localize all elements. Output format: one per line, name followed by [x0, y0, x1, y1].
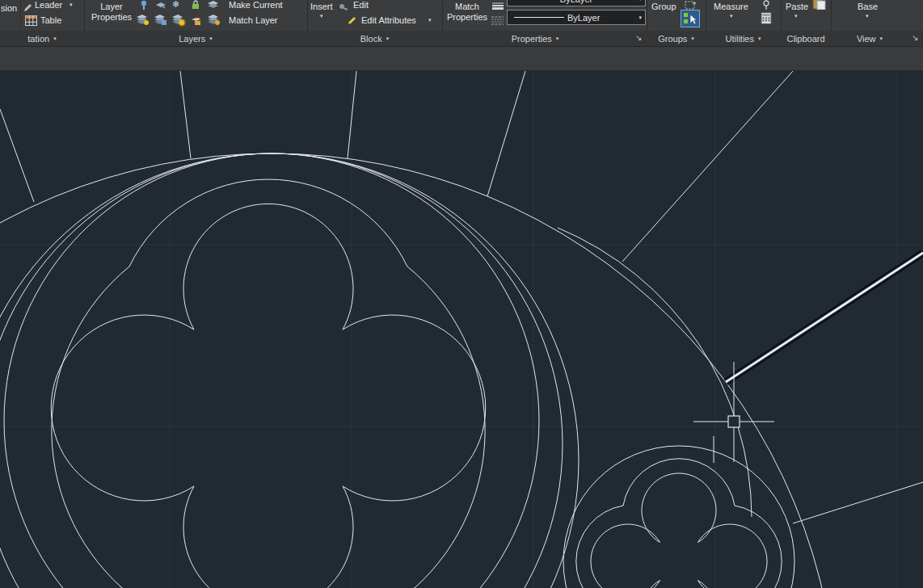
panel-label-view[interactable]: View ▾: [831, 31, 908, 46]
group-button[interactable]: Group: [651, 2, 676, 11]
object-color-value: ByLayer: [560, 0, 592, 4]
chevron-down-icon: ▾: [386, 36, 390, 42]
panel-label-block[interactable]: Block ▾: [307, 31, 442, 46]
panel-label-bar: tation ▾ Layers ▾ Block ▾ Properties ▾ ↘…: [0, 31, 923, 46]
chevron-down-icon: ▾: [556, 36, 559, 42]
panel-launcher-icon[interactable]: ↘: [635, 33, 642, 42]
highlighted-line[interactable]: [726, 253, 923, 382]
linetype-value: ByLayer: [567, 13, 600, 23]
drawing-tracery-path[interactable]: [52, 179, 485, 588]
match-properties-button[interactable]: Match Properties: [444, 2, 491, 23]
pencil-icon: [23, 1, 32, 15]
chevron-down-icon: ▾: [691, 36, 694, 42]
drawing-tracery-path[interactable]: [591, 473, 767, 588]
lock-icon[interactable]: [192, 0, 200, 13]
layer-isolate-icon[interactable]: [155, 0, 166, 13]
panel-label-groups[interactable]: Groups ▾: [647, 31, 706, 46]
drawing-circle[interactable]: [0, 153, 579, 588]
match-properties-label-2: Properties: [447, 12, 487, 22]
drawing-tracery-path[interactable]: [576, 459, 782, 588]
drawing-circle[interactable]: [0, 153, 837, 588]
freeze-snowflake-icon[interactable]: ❄: [172, 0, 179, 10]
table-button[interactable]: Table: [40, 15, 61, 25]
drawing-line[interactable]: [180, 71, 191, 158]
panel-label-properties[interactable]: Properties ▾: [442, 31, 628, 46]
panel-label-text: Groups: [658, 34, 687, 44]
panel-label-utilities[interactable]: Utilities ▾: [706, 31, 781, 46]
match-properties-label-1: Match: [455, 2, 479, 11]
drawing-tracery-path[interactable]: [558, 228, 752, 517]
chevron-down-icon: ▾: [209, 36, 213, 42]
drawing-viewport[interactable]: [0, 70, 923, 588]
match-layer-button[interactable]: Match Layer: [229, 15, 278, 25]
drawing-area[interactable]: [0, 70, 923, 588]
chevron-down-icon[interactable]: ▾: [730, 13, 733, 19]
edit-attributes-button[interactable]: Edit Attributes: [361, 15, 416, 25]
id-point-icon[interactable]: [761, 0, 771, 13]
panel-launcher-icon[interactable]: ↘: [912, 33, 918, 42]
unlock-icon[interactable]: [191, 15, 201, 29]
panel-label-text: View: [857, 34, 876, 44]
panel-label-text: Clipboard: [786, 34, 824, 44]
lineweight-icon[interactable]: [491, 0, 504, 13]
panel-label-text: Block: [360, 34, 382, 44]
ribbon: sion Leader ▾ Table Layer Properties ❄ M…: [0, 0, 923, 46]
chevron-down-icon: ▾: [53, 36, 57, 42]
edit-block-button[interactable]: Edit: [353, 0, 369, 10]
clipboard-icon: [812, 0, 826, 13]
base-button[interactable]: Base: [858, 2, 878, 11]
table-icon: [25, 15, 37, 29]
chevron-down-icon[interactable]: ▾: [70, 2, 73, 8]
linetype-icon[interactable]: [491, 14, 504, 28]
linetype-dropdown[interactable]: ByLayer ▾: [507, 10, 646, 25]
panel-label-text: tation: [27, 34, 49, 44]
layer-properties-label-1: Layer: [100, 2, 123, 11]
chevron-down-icon[interactable]: ▾: [794, 13, 798, 19]
drawing-tracery-path[interactable]: [51, 204, 486, 588]
bulb-accent: [144, 20, 149, 25]
drawing-line[interactable]: [0, 109, 34, 202]
chevron-down-icon: ▾: [880, 36, 883, 42]
object-color-dropdown[interactable]: ByLayer ▾: [507, 0, 646, 6]
chevron-down-icon: ▾: [639, 15, 642, 21]
edit-attributes-icon: [346, 15, 357, 29]
ribbon-lower-band: [0, 46, 923, 70]
drawing-line[interactable]: [487, 71, 525, 196]
application-window: sion Leader ▾ Table Layer Properties ❄ M…: [0, 0, 923, 588]
drop-accent: [215, 20, 220, 25]
layer-on-icon[interactable]: [136, 14, 148, 24]
edit-icon: [339, 0, 348, 14]
make-current-button[interactable]: Make Current: [229, 0, 283, 10]
chevron-down-icon: ▾: [639, 0, 642, 2]
layer-properties-label-2: Properties: [91, 12, 132, 22]
chevron-down-icon[interactable]: ▾: [320, 13, 323, 19]
arrow-accent: [162, 20, 166, 25]
sun-accent: [179, 20, 184, 25]
panel-label-layers[interactable]: Layers ▾: [84, 31, 307, 46]
measure-button[interactable]: Measure: [714, 2, 748, 11]
panel-label-text: Properties: [512, 34, 552, 44]
layer-walk-icon[interactable]: [139, 0, 149, 13]
panel-label-text: Layers: [179, 34, 205, 44]
layer-sun-icon[interactable]: [171, 14, 183, 24]
drawing-line[interactable]: [793, 482, 923, 523]
dimension-button-truncated[interactable]: sion: [1, 3, 17, 13]
drawing-circle[interactable]: [4, 153, 539, 588]
chevron-down-icon[interactable]: ▾: [866, 13, 869, 19]
group-selection-toggle-icon[interactable]: [681, 10, 700, 31]
linetype-sample: [514, 16, 564, 19]
paste-button[interactable]: Paste: [786, 2, 808, 11]
leader-button[interactable]: Leader: [35, 0, 62, 10]
layer-freeze-thaw-icon[interactable]: [154, 14, 166, 24]
panel-label-clipboard[interactable]: Clipboard: [781, 31, 831, 46]
calculator-icon[interactable]: [761, 12, 772, 27]
pickbox: [728, 416, 740, 427]
drawing-line[interactable]: [622, 71, 793, 262]
panel-label-annotation[interactable]: tation ▾: [0, 31, 84, 46]
insert-button[interactable]: Insert: [310, 2, 333, 11]
chevron-down-icon: ▾: [758, 36, 761, 42]
chevron-down-icon[interactable]: ▾: [428, 17, 432, 23]
layer-properties-button[interactable]: Layer Properties: [86, 2, 137, 23]
panel-label-text: Utilities: [726, 34, 754, 44]
column-separator: [20, 0, 21, 29]
